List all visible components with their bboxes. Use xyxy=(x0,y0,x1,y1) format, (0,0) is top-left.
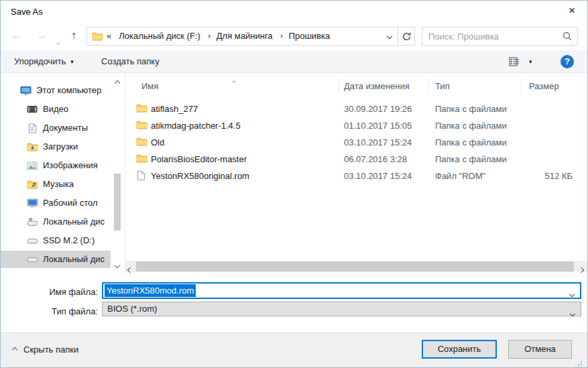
details-view-icon xyxy=(509,57,520,66)
sidebar-item[interactable]: Локальный дис xyxy=(1,212,111,231)
scroll-down-button[interactable] xyxy=(115,259,119,270)
chevron-up-icon xyxy=(115,80,120,86)
address-bar[interactable]: « Локальный диск (F:) Для майнинга Проши… xyxy=(86,27,415,46)
view-mode-button[interactable] xyxy=(509,50,520,73)
file-size: 512 КБ xyxy=(491,171,573,182)
chevron-up-icon xyxy=(12,347,17,353)
breadcrumb-overflow[interactable]: « xyxy=(107,31,111,42)
sidebar-item[interactable]: Рабочий стол xyxy=(1,194,111,212)
chevron-down-icon[interactable] xyxy=(570,288,574,299)
folder-icon xyxy=(92,32,103,41)
save-button[interactable]: Сохранить xyxy=(422,340,497,359)
back-button[interactable]: ← xyxy=(11,29,21,42)
folder-icon xyxy=(136,154,148,166)
column-header-type[interactable]: Тип xyxy=(435,81,450,92)
breadcrumb-item-drive[interactable]: Локальный диск (F:) xyxy=(117,31,202,42)
file-type: Папка с файлами xyxy=(435,104,507,115)
refresh-button[interactable] xyxy=(398,27,414,45)
sidebar-item[interactable]: Музыка xyxy=(1,175,111,194)
forward-arrow-icon: → xyxy=(36,29,47,41)
search-icon[interactable] xyxy=(563,32,573,44)
history-dropdown-button[interactable] xyxy=(57,34,60,47)
scroll-right-button[interactable] xyxy=(579,264,583,275)
sidebar-item[interactable]: Локальный дис xyxy=(1,251,111,268)
close-button[interactable]: × xyxy=(556,1,587,21)
horizontal-scrollbar[interactable] xyxy=(125,261,587,272)
search-input[interactable] xyxy=(423,28,561,44)
sidebar-item-label: Локальный дис xyxy=(43,217,105,227)
sidebar-scrollbar[interactable] xyxy=(112,73,124,275)
command-toolbar: Упорядочить ▾ Создать папку ▾ ? xyxy=(1,50,587,73)
file-type: Файл "ROM" xyxy=(435,171,485,182)
file-name: atiflash_277 xyxy=(151,104,198,115)
desktop-icon xyxy=(26,198,38,208)
folder-icon xyxy=(136,120,148,132)
file-name: YestonRX580original.rom xyxy=(151,171,249,182)
file-date: 03.10.2017 15:24 xyxy=(344,171,412,182)
file-type-select[interactable]: BIOS (*.rom) xyxy=(102,302,581,316)
sidebar-item-label: Изображения xyxy=(43,160,98,171)
sidebar-item-label: Рабочий стол xyxy=(43,198,98,208)
file-type: Папка с файлами xyxy=(435,154,507,165)
document-icon xyxy=(26,123,38,133)
caret-down-icon: ▾ xyxy=(529,58,532,66)
file-row[interactable]: PolarisBiosEditor-master 06.07.2016 3:28… xyxy=(125,151,587,168)
view-mode-dropdown[interactable]: ▾ xyxy=(529,50,532,73)
disk-icon xyxy=(26,256,38,263)
column-header-size[interactable]: Размер xyxy=(529,81,559,92)
disk-icon xyxy=(26,237,38,245)
file-row[interactable]: Old 03.10.2017 15:24 Папка с файлами xyxy=(125,134,587,151)
pictures-icon xyxy=(26,162,38,170)
help-icon: ? xyxy=(565,56,570,67)
sidebar-item[interactable]: Загрузки xyxy=(1,137,111,156)
sidebar-item-label: Музыка xyxy=(43,179,74,190)
organize-button[interactable]: Упорядочить ▾ xyxy=(14,50,74,73)
file-name: PolarisBiosEditor-master xyxy=(151,154,247,165)
new-folder-button[interactable]: Создать папку xyxy=(101,50,160,73)
sort-ascending-icon xyxy=(233,76,235,86)
sidebar-item[interactable]: Видео xyxy=(1,100,111,119)
sidebar-item-label: SSD M.2 (D:) xyxy=(43,235,95,246)
sidebar-item[interactable]: Этот компьютер xyxy=(1,81,111,100)
downloads-icon xyxy=(26,142,38,151)
column-header-name[interactable]: Имя xyxy=(141,81,158,92)
save-as-dialog: Save As × ← → ↑ « Локальный диск (F:) Дл… xyxy=(0,0,588,368)
file-list-header: Имя Дата изменения Тип Размер xyxy=(125,73,587,96)
file-name-input[interactable]: YestonRX580mod.rom xyxy=(102,282,581,299)
new-folder-label: Создать папку xyxy=(101,56,160,67)
forward-button[interactable]: → xyxy=(36,29,47,42)
file-name: Old xyxy=(151,137,164,148)
cancel-button[interactable]: Отмена xyxy=(508,340,572,359)
file-list: Имя Дата изменения Тип Размер atiflash_2… xyxy=(125,73,587,261)
file-row[interactable]: atiflash_277 30.09.2017 19:26 Папка с фа… xyxy=(125,101,587,117)
help-button[interactable]: ? xyxy=(561,55,574,68)
chevron-down-icon xyxy=(387,34,392,39)
caret-down-icon: ▾ xyxy=(70,58,74,66)
folder-icon xyxy=(136,137,148,149)
up-arrow-icon: ↑ xyxy=(71,29,76,41)
scroll-left-button[interactable] xyxy=(128,264,132,275)
horizontal-scroll-thumb[interactable] xyxy=(136,261,574,271)
file-row[interactable]: atikmdag-patcher-1.4.5 01.10.2017 15:05 … xyxy=(125,117,587,134)
sidebar-list: Этот компьютер Видео Документы Загрузки … xyxy=(1,81,125,269)
hide-folders-button[interactable]: Скрыть папки xyxy=(13,345,78,355)
column-header-date[interactable]: Дата изменения xyxy=(344,81,410,92)
sidebar-scroll-thumb[interactable] xyxy=(114,174,121,231)
scroll-up-button[interactable] xyxy=(115,77,119,88)
sidebar-item-label: Видео xyxy=(43,104,68,115)
resize-grip[interactable] xyxy=(575,361,577,363)
column-divider xyxy=(428,78,429,93)
file-type: Папка с файлами xyxy=(435,137,507,148)
sidebar-item[interactable]: Документы xyxy=(1,119,111,137)
sidebar-item[interactable]: Изображения xyxy=(1,156,111,175)
chevron-down-icon xyxy=(56,41,60,45)
address-dropdown-button[interactable] xyxy=(381,34,398,38)
file-row[interactable]: YestonRX580original.rom 03.10.2017 15:24… xyxy=(125,168,587,184)
breadcrumb-item-folder[interactable]: Для майнинга xyxy=(215,31,275,42)
up-button[interactable]: ↑ xyxy=(71,29,76,42)
file-type-value: BIOS (*.rom) xyxy=(107,304,157,314)
breadcrumb-item-current[interactable]: Прошивка xyxy=(287,31,333,42)
sidebar-item[interactable]: SSD M.2 (D:) xyxy=(1,231,111,250)
sidebar-item-label: Этот компьютер xyxy=(36,85,101,96)
file-icon xyxy=(136,170,145,184)
